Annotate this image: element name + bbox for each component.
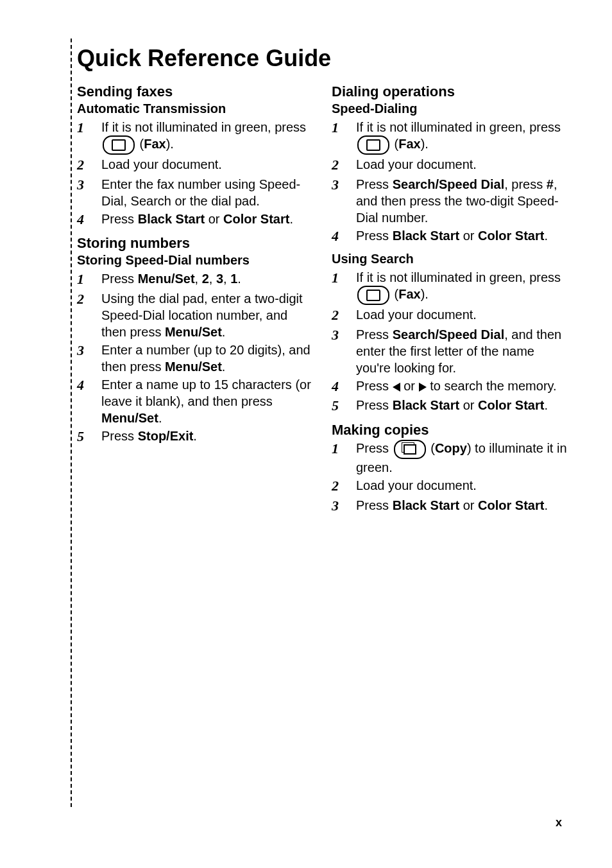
- step-number: 4: [77, 376, 101, 426]
- text: Color Start: [478, 229, 544, 243]
- text: Black Start: [393, 398, 460, 412]
- text: Search/Speed Dial: [393, 177, 505, 191]
- text: 3: [216, 272, 223, 286]
- subsection-speed-dialing: Speed-Dialing: [332, 101, 567, 116]
- text: Press: [356, 441, 393, 455]
- step-number: 2: [77, 156, 101, 175]
- right-arrow-icon: [419, 383, 427, 392]
- step-number: 1: [77, 119, 101, 155]
- text: or: [400, 379, 419, 393]
- steps-speed-dialing: 1 If it is not illuminated in green, pre…: [332, 119, 567, 245]
- text: Stop/Exit: [138, 429, 194, 443]
- step: 1 If it is not illuminated in green, pre…: [77, 119, 312, 155]
- text: ).: [421, 287, 429, 301]
- text: .: [222, 360, 226, 374]
- text: ,: [209, 272, 216, 286]
- text: Menu/Set: [101, 411, 158, 425]
- text: ,: [195, 272, 202, 286]
- fax-icon: [103, 135, 135, 155]
- text: or: [459, 229, 478, 243]
- copy-icon: [394, 440, 426, 459]
- step-number: 2: [332, 477, 356, 496]
- fax-icon: [357, 135, 389, 155]
- text: Fax: [398, 137, 420, 151]
- text: Fax: [398, 287, 420, 301]
- text: Press: [101, 429, 138, 443]
- step: 4 Press Black Start or Color Start.: [77, 211, 312, 229]
- section-dialing-ops: Dialing operations: [332, 83, 567, 100]
- text: Black Start: [393, 229, 460, 243]
- text: If it is not illuminated in green, press: [356, 120, 561, 134]
- step-number: 2: [332, 306, 356, 325]
- text: Fax: [144, 137, 166, 151]
- text: .: [193, 429, 197, 443]
- step: 3 Press Black Start or Color Start.: [332, 497, 567, 516]
- columns: Sending faxes Automatic Transmission 1 I…: [77, 83, 567, 521]
- step: 1 Press Menu/Set, 2, 3, 1.: [77, 270, 312, 289]
- step: 2 Load your document.: [332, 156, 567, 175]
- step-text: Press Black Start or Color Start.: [101, 211, 312, 229]
- step: 5 Press Stop/Exit.: [77, 428, 312, 446]
- step-text: Press Black Start or Color Start.: [356, 227, 567, 246]
- page-number: x: [556, 816, 562, 829]
- text: (: [391, 287, 398, 301]
- page: Quick Reference Guide Sending faxes Auto…: [0, 0, 612, 868]
- step-number: 1: [332, 119, 356, 155]
- step-text: Press Search/Speed Dial, press #, and th…: [356, 176, 567, 226]
- right-column: Dialing operations Speed-Dialing 1 If it…: [332, 83, 567, 521]
- step: 3 Press Search/Speed Dial, and then ente…: [332, 326, 567, 376]
- step-text: Press Search/Speed Dial, and then enter …: [356, 326, 567, 376]
- section-storing-numbers: Storing numbers: [77, 235, 312, 252]
- step-number: 2: [77, 290, 101, 340]
- step: 1 Press (Copy) to illuminate it in green…: [332, 440, 567, 476]
- text: Press: [356, 327, 393, 342]
- step-number: 5: [332, 397, 356, 415]
- step-number: 3: [77, 342, 101, 375]
- step-text: Load your document.: [101, 156, 312, 175]
- text: If it is not illuminated in green, press: [356, 270, 561, 284]
- step: 1 If it is not illuminated in green, pre…: [332, 269, 567, 305]
- step-text: If it is not illuminated in green, press…: [356, 269, 567, 305]
- step-text: If it is not illuminated in green, press…: [101, 119, 312, 155]
- step-number: 3: [77, 176, 101, 209]
- step-text: If it is not illuminated in green, press…: [356, 119, 567, 155]
- steps-storing-speed-dial: 1 Press Menu/Set, 2, 3, 1. 2 Using the d…: [77, 270, 312, 446]
- step: 3 Press Search/Speed Dial, press #, and …: [332, 176, 567, 226]
- text: ,: [223, 272, 230, 286]
- left-column: Sending faxes Automatic Transmission 1 I…: [77, 83, 312, 521]
- text: 2: [202, 272, 209, 286]
- step-text: Press Black Start or Color Start.: [356, 497, 567, 516]
- steps-making-copies: 1 Press (Copy) to illuminate it in green…: [332, 440, 567, 515]
- step-number: 3: [332, 326, 356, 376]
- text: If it is not illuminated in green, press: [101, 120, 306, 134]
- text: or: [459, 398, 478, 412]
- step: 4 Enter a name up to 15 characters (or l…: [77, 376, 312, 426]
- step-number: 4: [77, 211, 101, 229]
- text: Press: [356, 229, 393, 243]
- step-number: 1: [332, 440, 356, 476]
- subsection-auto-transmission: Automatic Transmission: [77, 101, 312, 116]
- text: Enter a name up to 15 characters (or lea…: [101, 378, 311, 408]
- subsection-using-search: Using Search: [332, 252, 567, 266]
- cut-line: [71, 39, 72, 807]
- step: 1 If it is not illuminated in green, pre…: [332, 119, 567, 155]
- text: to search the memory.: [427, 379, 557, 393]
- text: Menu/Set: [138, 272, 195, 286]
- step-text: Enter a name up to 15 characters (or lea…: [101, 376, 312, 426]
- step: 2 Load your document.: [77, 156, 312, 175]
- text: Menu/Set: [165, 360, 222, 374]
- text: Color Start: [223, 212, 289, 226]
- text: Black Start: [138, 212, 205, 226]
- step-number: 5: [77, 428, 101, 446]
- section-sending-faxes: Sending faxes: [77, 83, 312, 100]
- text: .: [544, 229, 548, 243]
- step: 3 Enter the fax number using Speed-Dial,…: [77, 176, 312, 209]
- step: 3 Enter a number (up to 20 digits), and …: [77, 342, 312, 375]
- text: .: [544, 498, 548, 512]
- text: Black Start: [393, 498, 460, 512]
- step-text: Using the dial pad, enter a two-digit Sp…: [101, 290, 312, 340]
- fax-icon: [357, 286, 389, 305]
- text: Color Start: [478, 498, 544, 512]
- step-text: Press (Copy) to illuminate it in green.: [356, 440, 567, 476]
- text: Press: [101, 212, 138, 226]
